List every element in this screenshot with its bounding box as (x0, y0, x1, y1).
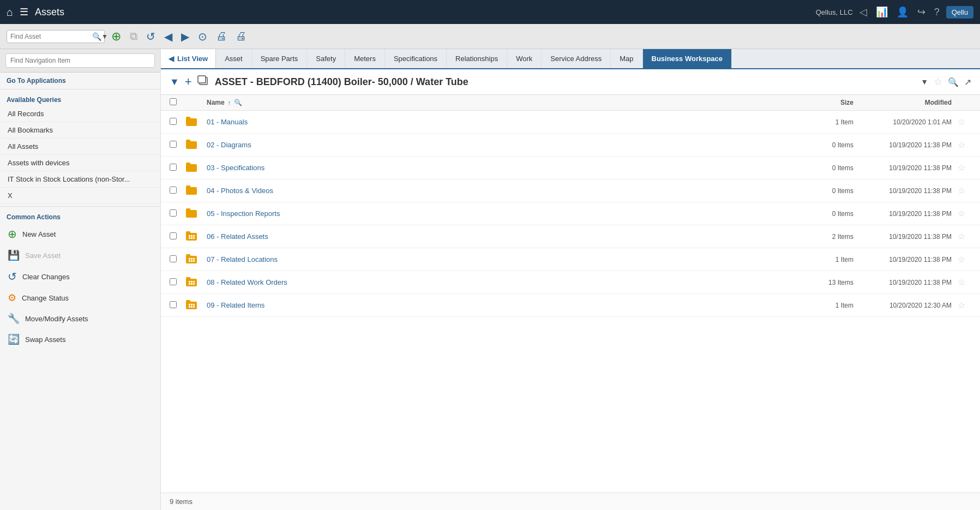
tab-relationships[interactable]: Relationships (447, 49, 507, 68)
chart-icon[interactable]: 📊 (876, 6, 888, 18)
folder-icon (185, 138, 207, 152)
name-search-icon[interactable]: 🔍 (234, 99, 242, 106)
back-nav-button[interactable]: ◀ (162, 29, 175, 44)
folder-icon (185, 184, 207, 197)
action-swap-assets[interactable]: 🔄 Swap Assets (0, 329, 160, 350)
row-checkbox[interactable] (170, 255, 177, 262)
tab-safety[interactable]: Safety (307, 49, 345, 68)
file-size: 0 Items (810, 187, 853, 195)
sidebar-item-all-bookmarks[interactable]: All Bookmarks (0, 122, 160, 139)
list-item[interactable]: 01 - Manuals 1 Item 10/20/2020 1:01 AM ☆ (161, 111, 980, 134)
list-item[interactable]: 03 - Specifications 0 Items 10/19/2020 1… (161, 157, 980, 179)
file-name[interactable]: 08 - Related Work Orders (207, 278, 810, 286)
action-clear-changes[interactable]: ↺ Clear Changes (0, 266, 160, 287)
row-checkbox[interactable] (170, 187, 177, 194)
file-star-icon[interactable]: ☆ (952, 300, 971, 310)
notification-icon[interactable]: ◁ (859, 6, 867, 18)
select-all-checkbox[interactable] (170, 98, 177, 105)
list-item[interactable]: 02 - Diagrams 0 Items 10/19/2020 11:38 P… (161, 134, 980, 157)
list-item[interactable]: 08 - Related Work Orders 13 Items 10/19/… (161, 271, 980, 294)
action-move-modify[interactable]: 🔧 Move/Modify Assets (0, 308, 160, 329)
file-star-icon[interactable]: ☆ (952, 208, 971, 219)
row-checkbox[interactable] (170, 164, 177, 171)
find-search-icon[interactable]: 🔍 (92, 32, 101, 41)
duplicate-icon[interactable] (197, 75, 209, 88)
file-star-icon[interactable]: ☆ (952, 254, 971, 265)
file-modified: 10/19/2020 11:38 PM (853, 164, 952, 172)
action-change-status[interactable]: ⚙ Change Status (0, 287, 160, 308)
file-name[interactable]: 02 - Diagrams (207, 141, 810, 149)
row-checkbox[interactable] (170, 232, 177, 239)
sidebar-item-all-records[interactable]: All Records (0, 106, 160, 122)
help-icon[interactable]: ? (934, 7, 940, 18)
sort-arrow-icon: ↑ (228, 99, 231, 106)
list-view-back[interactable]: ◀ List View (161, 49, 216, 68)
file-name[interactable]: 01 - Manuals (207, 118, 810, 126)
tab-spare-parts[interactable]: Spare Parts (252, 49, 308, 68)
menu-icon[interactable]: ☰ (20, 6, 28, 18)
logout-icon[interactable]: ↪ (917, 6, 925, 18)
list-item[interactable]: 09 - Related Items 1 Item 10/20/2020 12:… (161, 294, 980, 317)
tab-specifications[interactable]: Specifications (385, 49, 447, 68)
row-checkbox[interactable] (170, 209, 177, 217)
action-new-asset[interactable]: ⊕ New Asset (0, 223, 160, 245)
find-dropdown-arrow[interactable]: ▼ (101, 33, 108, 40)
file-star-icon[interactable]: ☆ (952, 185, 971, 196)
file-name[interactable]: 09 - Related Items (207, 301, 810, 309)
row-checkbox[interactable] (170, 118, 177, 125)
tab-business-workspace[interactable]: Business Workspace (643, 49, 732, 68)
add-button[interactable]: ⊕ (109, 28, 123, 45)
file-star-icon[interactable]: ☆ (952, 231, 971, 242)
sync-button[interactable]: ⊙ (196, 29, 209, 44)
list-item[interactable]: 06 - Related Assets 2 Items 10/19/2020 1… (161, 225, 980, 248)
sidebar-search-input[interactable] (5, 53, 155, 68)
file-name[interactable]: 06 - Related Assets (207, 232, 810, 241)
top-nav: ⌂ ☰ Assets Qellus, LLC ◁ 📊 👤 ↪ ? Qellu (0, 0, 980, 24)
list-item[interactable]: 05 - Inspection Reports 0 Items 10/19/20… (161, 202, 980, 225)
add-folder-icon[interactable]: + (185, 75, 192, 89)
refresh-button[interactable]: ↺ (144, 29, 158, 44)
file-name[interactable]: 03 - Specifications (207, 164, 810, 172)
header-name[interactable]: Name ↑ 🔍 (207, 99, 810, 106)
sidebar-item-assets-devices[interactable]: Assets with devices (0, 155, 160, 171)
row-checkbox[interactable] (170, 141, 177, 148)
find-asset-input[interactable] (10, 33, 92, 40)
file-name[interactable]: 07 - Related Locations (207, 255, 810, 263)
folder-search-icon[interactable]: 🔍 (948, 77, 959, 87)
row-checkbox[interactable] (170, 278, 177, 285)
tab-work[interactable]: Work (507, 49, 542, 68)
file-name[interactable]: 04 - Photos & Videos (207, 187, 810, 195)
forward-nav-button[interactable]: ▶ (179, 29, 191, 44)
sidebar-item-x[interactable]: X (0, 188, 160, 204)
tab-asset[interactable]: Asset (216, 49, 252, 68)
back-arrow-icon: ◀ (169, 55, 174, 63)
list-item[interactable]: 04 - Photos & Videos 0 Items 10/19/2020 … (161, 179, 980, 202)
file-star-icon[interactable]: ☆ (952, 117, 971, 127)
tab-map[interactable]: Map (611, 49, 642, 68)
sidebar-item-all-assets[interactable]: All Assets (0, 139, 160, 155)
sidebar-item-it-stock[interactable]: IT Stock in Stock Locations (non-Stor... (0, 171, 160, 188)
file-star-icon[interactable]: ☆ (952, 163, 971, 173)
tab-service-address[interactable]: Service Address (542, 49, 611, 68)
file-name[interactable]: 05 - Inspection Reports (207, 209, 810, 218)
folder-title-dropdown[interactable]: ▼ (921, 77, 928, 86)
svg-rect-12 (191, 260, 193, 262)
row-checkbox[interactable] (170, 301, 177, 308)
file-size: 0 Items (810, 164, 853, 172)
copy-button[interactable]: ⧉ (128, 29, 140, 44)
tab-meters[interactable]: Meters (345, 49, 385, 68)
favorite-icon[interactable]: ☆ (934, 76, 942, 88)
user-badge[interactable]: Qellu (946, 6, 973, 19)
profile-icon[interactable]: 👤 (897, 6, 909, 18)
move-modify-icon: 🔧 (8, 313, 20, 325)
file-star-icon[interactable]: ☆ (952, 277, 971, 287)
list-item[interactable]: 07 - Related Locations 1 Item 10/19/2020… (161, 248, 980, 271)
print-button[interactable]: 🖨 (214, 29, 229, 44)
expand-icon[interactable]: ↗ (964, 77, 971, 87)
print2-button[interactable]: 🖨 (233, 29, 249, 44)
action-clear-changes-label: Clear Changes (22, 273, 70, 281)
file-star-icon[interactable]: ☆ (952, 140, 971, 150)
filter-icon[interactable]: ▼ (170, 76, 179, 88)
home-icon[interactable]: ⌂ (7, 6, 13, 19)
header-size: Size (810, 99, 853, 106)
